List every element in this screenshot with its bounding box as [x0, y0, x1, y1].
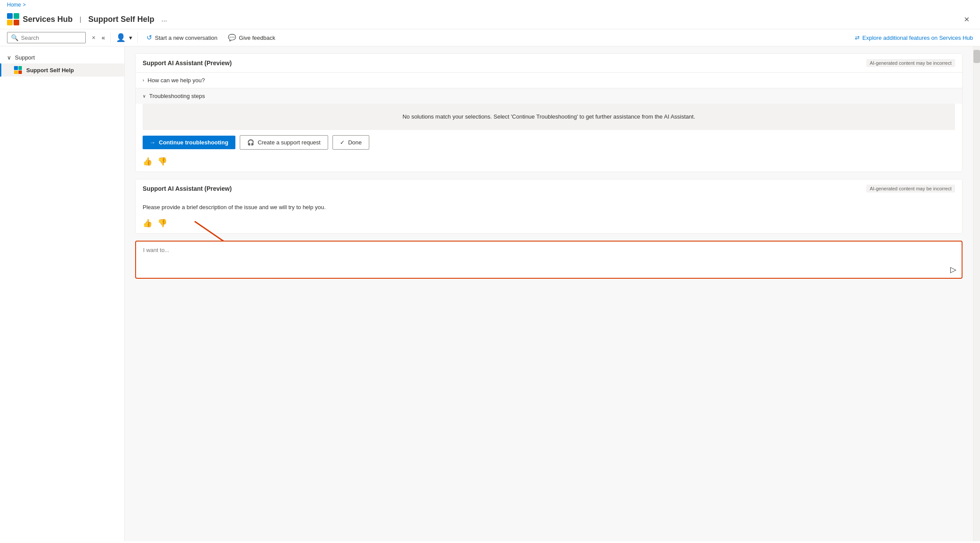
- explore-icon: ⇄: [855, 35, 860, 41]
- thumbs-up-button-2[interactable]: 👍: [143, 218, 152, 228]
- content-area: Support AI Assistant (Preview) AI-genera…: [125, 46, 973, 541]
- sidebar-group-support: ∨ Support Support Self Help: [0, 50, 124, 78]
- logo-tr: [14, 13, 19, 19]
- troubleshooting-steps-label: Troubleshooting steps: [149, 93, 205, 99]
- scrollbar-area[interactable]: [973, 46, 980, 541]
- action-row-1: → Continue troubleshooting 🎧 Create a su…: [136, 135, 962, 155]
- how-can-we-help-section[interactable]: › How can we help you?: [136, 72, 962, 88]
- toolbar: 🔍 × « 👤 ▾ ↺ Start a new conversation 💬 G…: [0, 29, 980, 46]
- continue-troubleshooting-button[interactable]: → Continue troubleshooting: [143, 136, 235, 149]
- message-input[interactable]: [136, 242, 962, 277]
- sidebar: ∨ Support Support Self Help: [0, 46, 125, 541]
- chat-card-2-title: Support AI Assistant (Preview): [143, 185, 232, 192]
- logo-bl: [14, 70, 18, 74]
- title-separator: |: [80, 16, 81, 23]
- chat-card-1-header: Support AI Assistant (Preview) AI-genera…: [136, 54, 962, 72]
- chevron-right-icon: ›: [143, 78, 144, 83]
- done-label: Done: [348, 139, 362, 146]
- close-button[interactable]: ✕: [960, 14, 973, 25]
- sidebar-item-support-self-help[interactable]: Support Self Help: [0, 63, 124, 77]
- toolbar-divider: [110, 32, 111, 43]
- done-button[interactable]: ✓ Done: [332, 135, 369, 150]
- give-feedback-button[interactable]: 💬 Give feedback: [224, 32, 279, 43]
- app-title: Services Hub: [23, 15, 73, 24]
- start-conversation-button[interactable]: ↺ Start a new conversation: [143, 32, 221, 43]
- search-input[interactable]: [21, 35, 74, 41]
- feedback-icon: 💬: [228, 34, 236, 42]
- send-icon: ▷: [950, 265, 956, 274]
- person-dropdown-button[interactable]: ▾: [129, 34, 132, 41]
- continue-troubleshooting-label: Continue troubleshooting: [159, 139, 228, 146]
- toolbar-divider-2: [137, 32, 138, 43]
- start-conversation-label: Start a new conversation: [155, 35, 217, 41]
- search-icon: 🔍: [11, 34, 18, 41]
- person-icon: 👤: [116, 33, 126, 42]
- logo-br: [18, 70, 22, 74]
- feedback-row-2: 👍 👎: [136, 217, 962, 233]
- logo-bl: [7, 20, 13, 25]
- arrow-icon: →: [150, 139, 155, 146]
- app-subtitle: Support Self Help: [88, 15, 154, 24]
- troubleshoot-body: No solutions match your selections. Sele…: [143, 104, 955, 130]
- how-can-we-help-label: How can we help you?: [147, 77, 205, 84]
- clear-search-button[interactable]: ×: [89, 33, 98, 42]
- collapse-button[interactable]: «: [102, 34, 105, 41]
- troubleshooting-steps-section[interactable]: ∨ Troubleshooting steps: [136, 88, 962, 104]
- chat-card-2-header: Support AI Assistant (Preview) AI-genera…: [136, 179, 962, 198]
- chat-card-1-title: Support AI Assistant (Preview): [143, 60, 232, 67]
- breadcrumb: Home >: [0, 0, 980, 10]
- logo-br: [14, 20, 19, 25]
- thumbs-down-button-2[interactable]: 👎: [158, 218, 167, 228]
- ai-disclaimer-2: AI-generated content may be incorrect: [866, 185, 955, 193]
- main-layout: ∨ Support Support Self Help Support AI A…: [0, 46, 980, 541]
- thumbs-up-button-1[interactable]: 👍: [143, 157, 152, 166]
- headset-icon: 🎧: [247, 139, 254, 146]
- check-icon: ✓: [340, 139, 345, 146]
- app-logo: [7, 13, 19, 25]
- sidebar-group-text: Support: [15, 54, 35, 61]
- create-support-request-button[interactable]: 🎧 Create a support request: [240, 135, 328, 150]
- input-area: ▷: [135, 241, 962, 279]
- explore-features-link[interactable]: ⇄ Explore additional features on Service…: [855, 35, 973, 41]
- chevron-down-icon: ∨: [7, 54, 11, 61]
- description-text: Please provide a brief description of th…: [136, 198, 962, 217]
- thumbs-down-button-1[interactable]: 👎: [158, 157, 167, 166]
- send-button[interactable]: ▷: [950, 265, 956, 274]
- sidebar-group-label[interactable]: ∨ Support: [0, 52, 124, 63]
- ai-disclaimer-1: AI-generated content may be incorrect: [866, 59, 955, 67]
- sidebar-item-logo: [14, 66, 22, 74]
- explore-label: Explore additional features on Services …: [862, 35, 973, 41]
- logo-area: Services Hub | Support Self Help ...: [7, 13, 171, 25]
- chat-card-2: Support AI Assistant (Preview) AI-genera…: [135, 179, 962, 234]
- breadcrumb-home[interactable]: Home: [7, 2, 21, 8]
- top-bar: Services Hub | Support Self Help ... ✕: [0, 10, 980, 29]
- breadcrumb-sep: >: [23, 2, 26, 8]
- troubleshoot-message: No solutions match your selections. Sele…: [402, 113, 695, 120]
- chat-card-1: Support AI Assistant (Preview) AI-genera…: [135, 53, 962, 172]
- logo-tl: [14, 66, 18, 70]
- sidebar-item-label: Support Self Help: [26, 67, 74, 74]
- logo-tr: [18, 66, 22, 70]
- feedback-row-1: 👍 👎: [136, 155, 962, 172]
- create-support-request-label: Create a support request: [258, 139, 321, 146]
- search-box: 🔍: [7, 32, 86, 43]
- logo-tl: [7, 13, 13, 19]
- refresh-icon: ↺: [147, 34, 152, 42]
- chevron-down-icon: ∨: [143, 94, 146, 98]
- more-options-button[interactable]: ...: [158, 14, 171, 25]
- give-feedback-label: Give feedback: [239, 35, 275, 41]
